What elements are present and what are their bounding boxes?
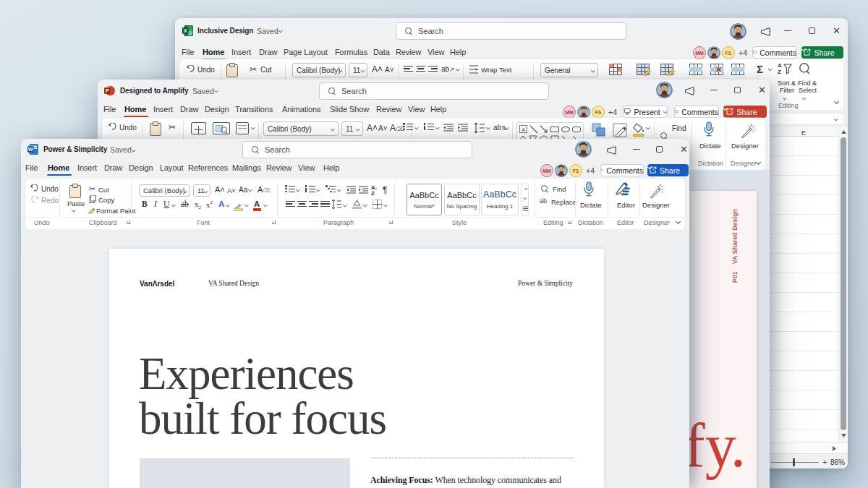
svg-text:X: X xyxy=(184,27,187,34)
svg-text:P: P xyxy=(106,87,109,94)
svg-text:W: W xyxy=(28,146,34,153)
